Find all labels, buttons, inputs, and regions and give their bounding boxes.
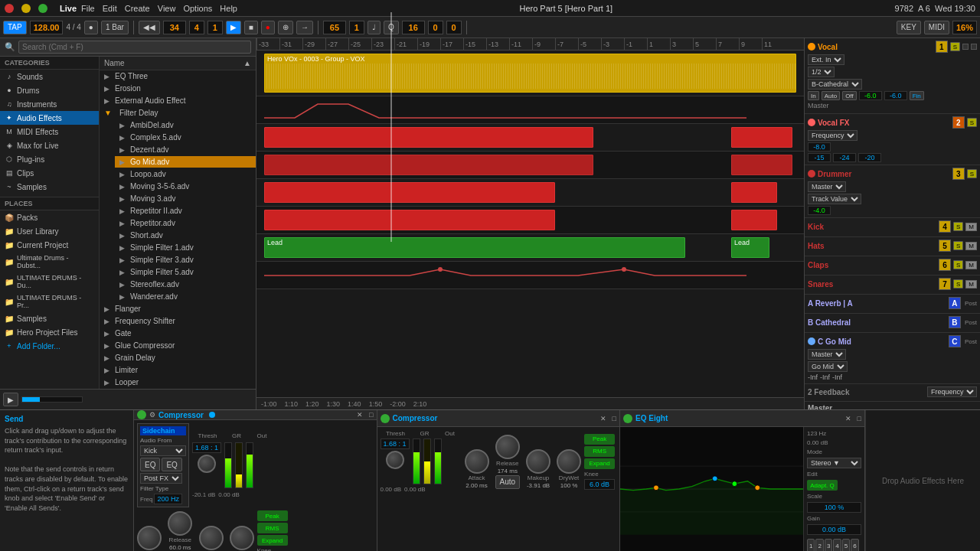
file-go-mid[interactable]: ▶Go Mid.adv	[115, 156, 256, 168]
cat-clips[interactable]: ▤Clips	[0, 166, 99, 180]
cathedralb-num[interactable]: B	[949, 316, 961, 328]
vocal-mute[interactable]	[962, 44, 969, 50]
cat-audio-effects[interactable]: ✦Audio Effects	[0, 111, 99, 125]
gomid-plugin-select[interactable]: Go Mid	[808, 361, 848, 372]
feedback-select[interactable]: Frequency	[927, 386, 977, 397]
rms-btn[interactable]: RMS	[257, 523, 288, 533]
follow-button[interactable]: →	[296, 21, 313, 34]
place-samples[interactable]: 📁Samples	[0, 311, 99, 325]
makeup-knob[interactable]	[199, 526, 224, 550]
vocal-off-btn[interactable]: Off	[842, 91, 857, 100]
drummer-solo[interactable]: S	[967, 169, 977, 178]
place-ultimate-drums2[interactable]: 📁ULTIMATE DRUMS - Du...	[0, 272, 99, 292]
vocal-input-select[interactable]: Ext. In	[808, 54, 844, 65]
release-knob[interactable]	[168, 511, 192, 536]
file-erosion[interactable]: ▶Erosion	[100, 83, 256, 95]
drummer-num[interactable]: 3	[952, 168, 965, 180]
hats-num[interactable]: 5	[939, 240, 951, 252]
attack-knob[interactable]	[137, 526, 162, 550]
gomid-routing-select[interactable]: Master	[808, 349, 846, 360]
comp2-release-knob[interactable]	[495, 435, 520, 459]
expand-btn[interactable]: Expand	[257, 535, 288, 546]
cat-sounds[interactable]: ♪Sounds	[0, 70, 99, 83]
position-display[interactable]: 34	[163, 21, 186, 34]
file-wanderer[interactable]: ▶Wanderer.adv	[115, 291, 256, 303]
loop-button[interactable]: ●	[84, 21, 98, 34]
bpm-display[interactable]: 128.00	[30, 21, 64, 34]
comp2-close-icon[interactable]: ✕	[600, 415, 606, 422]
comp2-drywet-knob[interactable]	[557, 449, 581, 474]
file-simple5[interactable]: ▶Simple Filter 5.adv	[115, 266, 256, 279]
file-gate[interactable]: ▶Gate	[100, 328, 256, 340]
reverba-num[interactable]: A	[949, 297, 961, 309]
kick-num[interactable]: 4	[939, 220, 951, 233]
hats-clip1[interactable]	[264, 182, 555, 203]
drywet1-knob[interactable]	[230, 526, 254, 550]
eq2-btn[interactable]: EQ	[162, 458, 181, 471]
key-button[interactable]: KEY	[897, 21, 921, 34]
quantize-button[interactable]: Q	[384, 21, 399, 34]
kick-solo[interactable]: S	[953, 222, 963, 231]
gomid-num[interactable]: C	[949, 335, 961, 347]
file-complex5[interactable]: ▶Complex 5.adv	[115, 132, 256, 144]
kick-clip2[interactable]	[731, 155, 792, 175]
file-looper[interactable]: ▶Looper	[100, 377, 256, 389]
midi-button[interactable]: MIDI	[924, 21, 949, 34]
lead-clip1[interactable]: Lead	[264, 237, 685, 258]
cat-plug-ins[interactable]: ⬡Plug-ins	[0, 152, 99, 166]
drummer-plugin-select[interactable]: Track Value	[808, 194, 861, 204]
menu-options[interactable]: Options	[183, 4, 212, 13]
vocal-in-btn[interactable]: In	[808, 91, 819, 100]
comp1-close-icon[interactable]: ✕	[357, 411, 363, 419]
lead-clip2[interactable]: Lead	[731, 237, 769, 258]
peak-btn[interactable]: Peak	[257, 510, 288, 521]
comp2-expand-icon[interactable]: □	[612, 415, 616, 422]
place-user-library[interactable]: 📁User Library	[0, 224, 99, 238]
place-hero-project[interactable]: 📁Hero Project Files	[0, 325, 99, 339]
hats-mute[interactable]: M	[965, 242, 977, 250]
stop-button[interactable]: ■	[244, 21, 258, 34]
vocal-clip[interactable]: Hero VOx - 0003 - Group - VOX	[264, 54, 796, 93]
comp2-ratio-knob[interactable]	[386, 451, 404, 469]
tick-display[interactable]: 1	[207, 21, 223, 34]
add-folder-button[interactable]: +Add Folder...	[0, 339, 99, 353]
comp2-attack-knob[interactable]	[465, 449, 489, 474]
snares-mute[interactable]: M	[965, 280, 977, 289]
preview-play-button[interactable]: ▶	[3, 393, 18, 406]
play-button[interactable]: ▶	[226, 21, 241, 34]
close-btn[interactable]	[5, 4, 14, 13]
bar-selector[interactable]: 1 Bar	[101, 21, 129, 34]
band1-toggle[interactable]: 1	[807, 539, 815, 551]
vocalfx-routing-select[interactable]: Frequency	[808, 130, 858, 141]
sidechain-label[interactable]: Sidechain	[140, 426, 186, 435]
file-ext-audio[interactable]: ▶External Audio Effect	[100, 95, 256, 107]
drummer-routing-select[interactable]: Master	[808, 181, 846, 192]
comp1-power-icon[interactable]	[137, 410, 146, 419]
claps-num[interactable]: 6	[939, 259, 951, 271]
sort-button[interactable]: ▲	[243, 59, 251, 67]
file-limiter[interactable]: ▶Limiter	[100, 364, 256, 377]
vocal-auto-btn[interactable]: Auto	[822, 91, 840, 100]
bars-display[interactable]: 16	[402, 21, 425, 34]
file-ambidel[interactable]: ▶AmbiDel.adv	[115, 119, 256, 132]
snares-num[interactable]: 7	[939, 278, 951, 290]
beat-display[interactable]: 4	[189, 21, 204, 34]
vocal-solo[interactable]: S	[950, 42, 960, 51]
comp2-makeup-knob[interactable]	[526, 449, 550, 474]
drummer-clip2[interactable]	[731, 127, 792, 148]
band5-toggle[interactable]: 5	[842, 539, 850, 551]
drummer-clip1[interactable]	[264, 127, 593, 148]
claps-clip2[interactable]	[731, 210, 777, 230]
eq-btn[interactable]: EQ	[140, 458, 160, 471]
menu-help[interactable]: Help	[220, 4, 237, 13]
file-loopo[interactable]: ▶Loopo.adv	[115, 168, 256, 181]
file-eq-three[interactable]: ▶EQ Three	[100, 70, 256, 83]
sidechain-source-select[interactable]: Kick	[140, 445, 186, 456]
file-dezent[interactable]: ▶Dezent.adv	[115, 144, 256, 156]
vocal-num[interactable]: 1	[936, 41, 948, 53]
claps-mute[interactable]: M	[965, 261, 977, 269]
file-flanger[interactable]: ▶Flanger	[100, 303, 256, 315]
band3-toggle[interactable]: 3	[825, 539, 832, 551]
file-simple3[interactable]: ▶Simple Filter 3.adv	[115, 254, 256, 266]
overdub-button[interactable]: ⊕	[278, 21, 293, 34]
